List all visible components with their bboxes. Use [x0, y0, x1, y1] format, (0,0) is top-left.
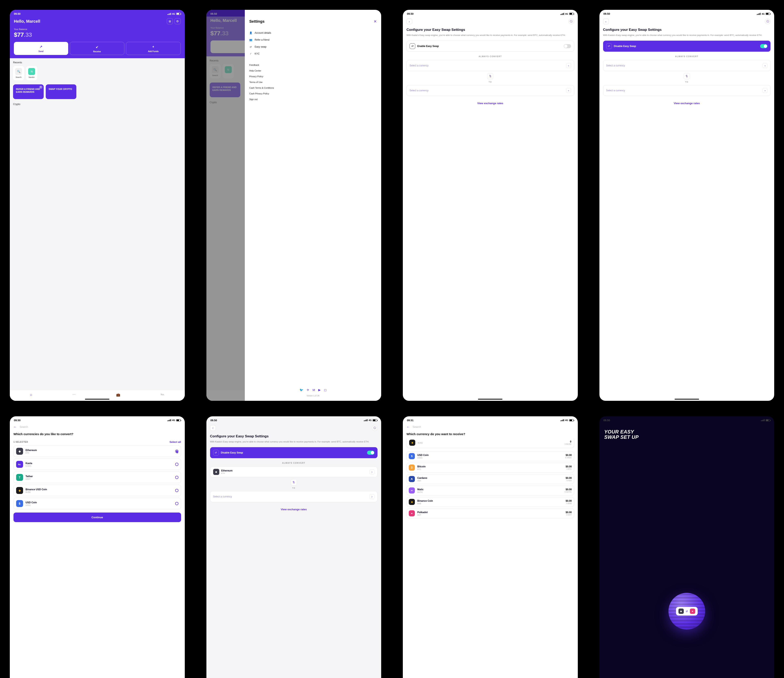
bnb-icon: ◈ — [409, 499, 415, 505]
medium-icon[interactable]: M — [313, 388, 315, 392]
settings-button[interactable]: ⚙ — [174, 18, 181, 24]
toggle-switch[interactable] — [564, 44, 571, 48]
currency-item-ada[interactable]: ₳CardanoADA$0.000 ADA — [406, 474, 574, 484]
currency-item-kasta[interactable]: ka.KastaKASTA — [14, 458, 181, 470]
search-icon: 🔍 — [15, 68, 22, 75]
youtube-icon[interactable]: ▶ — [318, 388, 321, 392]
version-text: Version 1.27.35 — [249, 395, 377, 397]
nav-kasta-icon[interactable]: ka. — [161, 393, 164, 397]
greeting-text: Hello, Marcell — [14, 19, 40, 24]
btc-icon: ₿ — [409, 464, 415, 471]
link-feedback[interactable]: Feedback — [249, 62, 377, 68]
telegram-icon[interactable]: ✈ — [306, 388, 309, 392]
search-input[interactable]: Search — [412, 425, 421, 429]
select-all-button[interactable]: Select all — [170, 440, 181, 444]
exchange-rates-link[interactable]: View exchange rates — [603, 102, 771, 105]
matic-icon: ∞ — [409, 488, 415, 494]
scan-button[interactable]: ⊞ — [167, 18, 173, 24]
avatar: N — [28, 68, 35, 75]
currency-item-usdc[interactable]: $USD CoinUSDC — [14, 498, 181, 509]
radio[interactable] — [175, 476, 179, 479]
currency-select-to[interactable]: Select a currency › — [406, 85, 574, 96]
back-button[interactable]: ‹ — [406, 19, 412, 24]
swap-direction-icon[interactable]: ⇅ — [487, 73, 493, 79]
radio[interactable] — [175, 463, 179, 466]
back-button[interactable]: ‹ — [603, 19, 609, 24]
disable-toggle-card[interactable]: ⇄ Disable Easy Swap — [603, 41, 771, 52]
tether-icon: T — [16, 474, 23, 481]
currency-select-to[interactable]: Select a currency › — [603, 85, 771, 96]
settings-refer[interactable]: 👥Refer a friend — [249, 36, 377, 43]
close-button[interactable]: ✕ — [373, 19, 377, 24]
back-button[interactable]: ← — [14, 425, 17, 429]
status-bar: 09.51 4G — [403, 416, 578, 423]
toggle-switch[interactable] — [760, 44, 767, 48]
radio[interactable] — [175, 489, 179, 492]
swap-direction-icon[interactable]: ⇅ — [684, 73, 690, 79]
settings-easyswap[interactable]: ⇄Easy swap — [249, 43, 377, 50]
currency-select-to[interactable]: Select a currency › — [210, 491, 378, 502]
send-button[interactable]: ↗Send — [14, 42, 68, 55]
success-body: YOUR EASY SWAP SET UP ◆ ⇄ ● Confirm & co… — [599, 423, 775, 678]
swap-icon: ⇄ — [409, 43, 415, 49]
eth-icon: ◆ — [16, 448, 23, 455]
link-cash-privacy[interactable]: Cash Privacy Policy — [249, 91, 377, 97]
twitter-icon[interactable]: 🐦 — [300, 388, 303, 392]
currency-select-from[interactable]: Select a currency › — [603, 60, 771, 71]
instagram-icon[interactable]: ◻ — [324, 388, 327, 392]
receive-button[interactable]: ↙Receive — [70, 42, 124, 55]
nav-trends-icon[interactable]: 〰 — [73, 393, 76, 397]
search-row: ← Search — [10, 423, 185, 431]
currency-item-bnb[interactable]: ◈Binance CoinBNB$0.000 BNB — [406, 497, 574, 507]
currency-item-matic[interactable]: ∞MaticMATIC$0.000 MATIC — [406, 486, 574, 496]
currency-item-dot[interactable]: ●PolkadotDOT$0.000 DOT — [406, 508, 574, 518]
promo-refer[interactable]: ✕REFER A FRIEND AND EARN REWARDS — [13, 84, 44, 99]
currency-item-btc[interactable]: ₿BitcoinBTC$0.000 BTC — [406, 463, 574, 472]
enable-toggle-card[interactable]: ⇄ Enable Easy Swap — [406, 41, 574, 52]
radio[interactable] — [175, 502, 179, 505]
screen-select-convert: 09.50 4G ← Search Which currencies do yo… — [8, 415, 187, 678]
close-icon[interactable]: ✕ — [39, 86, 42, 89]
nav-wallet-icon[interactable]: 💼 — [116, 393, 120, 397]
link-privacy[interactable]: Privacy Policy — [249, 73, 377, 79]
swap-direction-icon[interactable]: ⇅ — [291, 479, 297, 485]
signal-icon — [364, 419, 367, 421]
config-body: Configure your Easy Swap Settings With K… — [207, 433, 381, 514]
screen-home: 09.50 4G Hello, Marcell ⊞ ⚙ Your Balance… — [8, 8, 187, 402]
link-cash-terms[interactable]: Cash Terms & Contitions — [249, 85, 377, 91]
back-button[interactable]: ← — [406, 425, 410, 429]
info-button[interactable]: ⓘ — [372, 425, 378, 431]
signal-icon — [757, 13, 761, 15]
currency-list: ◈BUSD00 BUSD $USD CoinUSDC$0.000 USDC ₿B… — [403, 438, 578, 518]
continue-button[interactable]: Continue — [14, 513, 181, 522]
toggle-switch[interactable] — [367, 450, 375, 455]
check-icon: ✓ — [249, 52, 252, 55]
back-button[interactable]: ‹ — [210, 425, 216, 431]
nav-home-icon[interactable]: ⌂ — [30, 393, 32, 397]
currency-item-busd-partial[interactable]: ◈BUSD00 BUSD — [406, 438, 574, 448]
add-funds-button[interactable]: +Add Funds — [126, 42, 181, 55]
radio-checked[interactable] — [175, 450, 179, 453]
contact-chip[interactable]: NNandor — [26, 66, 37, 80]
disable-toggle-card[interactable]: ⇄ Disable Easy Swap — [210, 447, 378, 458]
currency-item-usdt[interactable]: TTetherUSDT — [14, 472, 181, 483]
exchange-rates-link[interactable]: View exchange rates — [406, 102, 574, 105]
settings-account[interactable]: 👤Account details — [249, 30, 377, 36]
info-button[interactable]: ⓘ — [568, 19, 574, 24]
exchange-rates-link[interactable]: View exchange rates — [210, 508, 378, 511]
search-chip[interactable]: 🔍Search — [13, 66, 24, 80]
currency-item-usdc[interactable]: $USD CoinUSDC$0.000 USDC — [406, 451, 574, 461]
link-help[interactable]: Help Center — [249, 68, 377, 73]
currency-select-from[interactable]: ◆ EthereumETH › — [210, 466, 378, 477]
link-signout[interactable]: Sign out — [249, 97, 377, 102]
success-title: YOUR EASY SWAP SET UP — [604, 429, 770, 440]
info-button[interactable]: ⓘ — [765, 19, 770, 24]
link-terms[interactable]: Terms of Use — [249, 79, 377, 85]
settings-title: Settings — [249, 19, 264, 24]
currency-item-busd[interactable]: ◈Binance USD CoinBUSD — [14, 485, 181, 496]
currency-item-eth[interactable]: ◆EthereumETH — [14, 446, 181, 457]
currency-select-from[interactable]: Select a currency › — [406, 60, 574, 71]
settings-kyc[interactable]: ✓KYC — [249, 50, 377, 57]
promo-swap[interactable]: SWAP YOUR CRYPTO — [46, 84, 76, 99]
search-input[interactable]: Search — [20, 425, 28, 429]
